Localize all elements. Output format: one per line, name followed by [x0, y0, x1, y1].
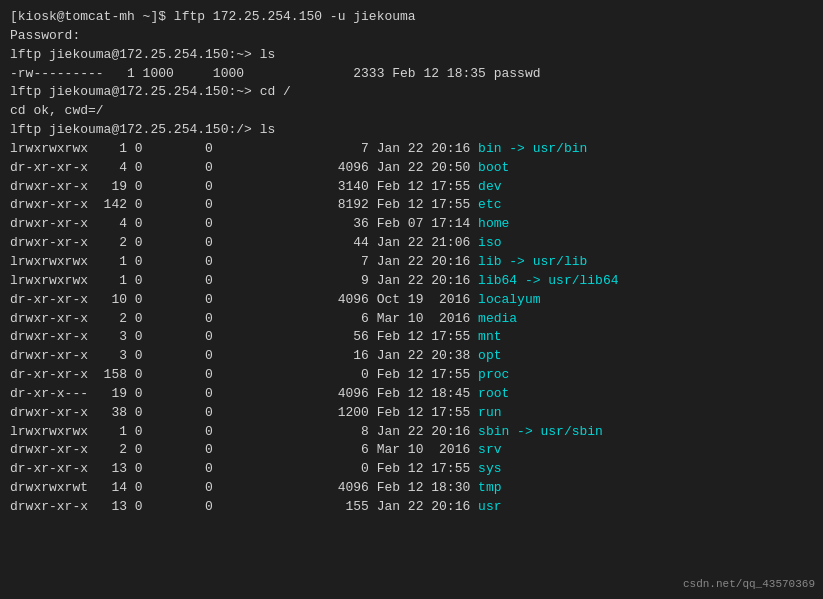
- dir-link: dev: [478, 179, 501, 194]
- dir-link: bin -> usr/bin: [478, 141, 587, 156]
- terminal-line-4: -rw--------- 1 1000 1000 2333 Feb 12 18:…: [10, 65, 813, 84]
- terminal-line-3: lftp jiekouma@172.25.254.150:~> ls: [10, 46, 813, 65]
- terminal-line-23: lrwxrwxrwx 1 0 0 8 Jan 22 20:16 sbin -> …: [10, 423, 813, 442]
- terminal-line-2: Password:: [10, 27, 813, 46]
- dir-link: sys: [478, 461, 501, 476]
- terminal-line-5: lftp jiekouma@172.25.254.150:~> cd /: [10, 83, 813, 102]
- dir-link: etc: [478, 197, 501, 212]
- terminal-line-17: drwxr-xr-x 2 0 0 6 Mar 10 2016 media: [10, 310, 813, 329]
- dir-link: mnt: [478, 329, 501, 344]
- terminal-line-6: cd ok, cwd=/: [10, 102, 813, 121]
- dir-link: localyum: [478, 292, 540, 307]
- dir-link: opt: [478, 348, 501, 363]
- dir-link: sbin -> usr/sbin: [478, 424, 603, 439]
- dir-link: proc: [478, 367, 509, 382]
- terminal-line-18: drwxr-xr-x 3 0 0 56 Feb 12 17:55 mnt: [10, 328, 813, 347]
- terminal-line-19: drwxr-xr-x 3 0 0 16 Jan 22 20:38 opt: [10, 347, 813, 366]
- dir-link: root: [478, 386, 509, 401]
- terminal-line-15: lrwxrwxrwx 1 0 0 9 Jan 22 20:16 lib64 ->…: [10, 272, 813, 291]
- watermark: csdn.net/qq_43570369: [683, 577, 815, 593]
- dir-link: tmp: [478, 480, 501, 495]
- terminal-line-1: [kiosk@tomcat-mh ~]$ lftp 172.25.254.150…: [10, 8, 813, 27]
- terminal-line-24: drwxr-xr-x 2 0 0 6 Mar 10 2016 srv: [10, 441, 813, 460]
- terminal-line-9: dr-xr-xr-x 4 0 0 4096 Jan 22 20:50 boot: [10, 159, 813, 178]
- terminal-line-26: drwxrwxrwt 14 0 0 4096 Feb 12 18:30 tmp: [10, 479, 813, 498]
- dir-link: boot: [478, 160, 509, 175]
- terminal-line-12: drwxr-xr-x 4 0 0 36 Feb 07 17:14 home: [10, 215, 813, 234]
- dir-link: iso: [478, 235, 501, 250]
- terminal-line-10: drwxr-xr-x 19 0 0 3140 Feb 12 17:55 dev: [10, 178, 813, 197]
- dir-link: media: [478, 311, 517, 326]
- dir-link: usr: [478, 499, 501, 514]
- terminal-line-13: drwxr-xr-x 2 0 0 44 Jan 22 21:06 iso: [10, 234, 813, 253]
- terminal-line-20: dr-xr-xr-x 158 0 0 0 Feb 12 17:55 proc: [10, 366, 813, 385]
- terminal-line-25: dr-xr-xr-x 13 0 0 0 Feb 12 17:55 sys: [10, 460, 813, 479]
- terminal-line-21: dr-xr-x--- 19 0 0 4096 Feb 12 18:45 root: [10, 385, 813, 404]
- terminal: [kiosk@tomcat-mh ~]$ lftp 172.25.254.150…: [10, 8, 813, 517]
- terminal-line-22: drwxr-xr-x 38 0 0 1200 Feb 12 17:55 run: [10, 404, 813, 423]
- dir-link: run: [478, 405, 501, 420]
- dir-link: lib64 -> usr/lib64: [478, 273, 618, 288]
- terminal-line-11: drwxr-xr-x 142 0 0 8192 Feb 12 17:55 etc: [10, 196, 813, 215]
- terminal-line-7: lftp jiekouma@172.25.254.150:/> ls: [10, 121, 813, 140]
- dir-link: lib -> usr/lib: [478, 254, 587, 269]
- terminal-line-27: drwxr-xr-x 13 0 0 155 Jan 22 20:16 usr: [10, 498, 813, 517]
- dir-link: home: [478, 216, 509, 231]
- dir-link: srv: [478, 442, 501, 457]
- terminal-line-8: lrwxrwxrwx 1 0 0 7 Jan 22 20:16 bin -> u…: [10, 140, 813, 159]
- terminal-line-16: dr-xr-xr-x 10 0 0 4096 Oct 19 2016 local…: [10, 291, 813, 310]
- terminal-line-14: lrwxrwxrwx 1 0 0 7 Jan 22 20:16 lib -> u…: [10, 253, 813, 272]
